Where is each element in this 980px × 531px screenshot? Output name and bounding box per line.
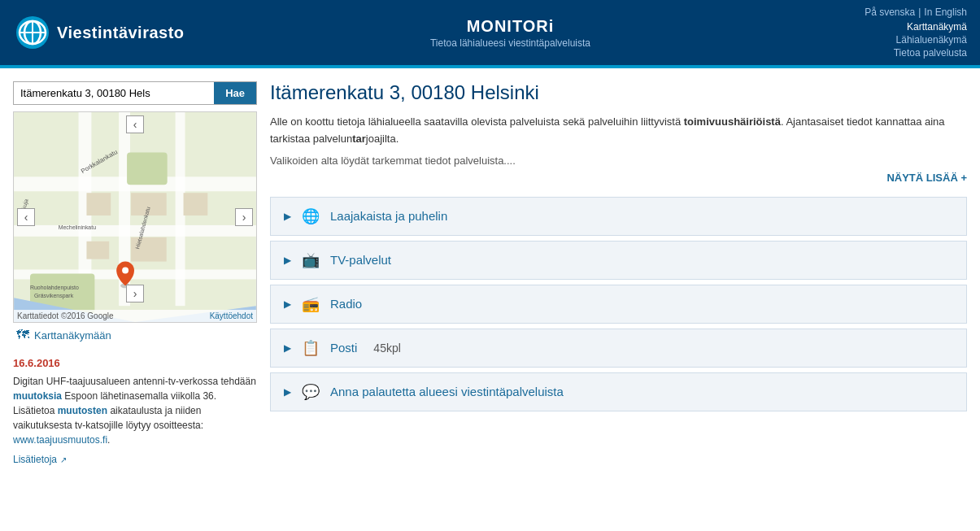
header-nav-links: Karttanäkymä Lähialuenäkymä Tietoa palve… xyxy=(894,21,967,59)
map-nav-down-button[interactable]: › xyxy=(126,285,144,302)
sub-description: Valikoiden alta löydät tarkemmat tiedot … xyxy=(270,155,967,167)
svg-rect-15 xyxy=(86,193,111,215)
accordion-label-radio: Radio xyxy=(330,297,362,311)
accordion-icon-radio: 📻 xyxy=(301,295,320,313)
show-more-button[interactable]: NÄYTÄ LISÄÄ + xyxy=(270,172,967,184)
map-link-icon: 🗺 xyxy=(16,328,29,342)
map-nav-left-button[interactable]: ‹ xyxy=(17,208,35,226)
search-button[interactable]: Hae xyxy=(214,82,256,104)
page-title: Itämerenkatu 3, 00180 Helsinki xyxy=(270,81,967,104)
app-subtitle: Tietoa lähialueesi viestintäpalveluista xyxy=(430,37,590,49)
news-more-label: Lisätietoja xyxy=(13,454,57,465)
svg-rect-19 xyxy=(184,193,208,215)
map-nav-up-button[interactable]: ‹ xyxy=(126,115,144,133)
news-text: Digitan UHF-taajuusalueen antenni-tv-ver… xyxy=(13,374,257,447)
accordion-icon-laajakaista: 🌐 xyxy=(301,207,320,225)
svg-rect-17 xyxy=(86,242,109,259)
left-panel: Hae xyxy=(13,81,257,465)
lang-separator: | xyxy=(918,7,921,18)
svg-text:Gräsvikenspark: Gräsvikenspark xyxy=(34,293,74,299)
map-nav-right-button[interactable]: › xyxy=(235,208,253,226)
logo-text: Viestintävirasto xyxy=(57,24,185,42)
accordion-icon-posti: 📋 xyxy=(301,339,320,357)
news-text-end: . xyxy=(107,434,110,446)
header-right: På svenska | In English Karttanäkymä Läh… xyxy=(817,0,980,65)
accordion-label-palaute: Anna palautetta alueesi viestintäpalvelu… xyxy=(330,385,564,398)
logo-icon xyxy=(16,16,49,49)
news-link[interactable]: www.taajuusmuutos.fi xyxy=(13,434,107,446)
header-center: MONITORi Tietoa lähialueesi viestintäpal… xyxy=(203,0,817,65)
map-copyright: Karttatiedot ©2016 Google xyxy=(17,311,114,320)
lang-svenska-link[interactable]: På svenska xyxy=(865,7,915,18)
accordion-arrow-radio: ▶ xyxy=(284,298,291,310)
app-title: MONITORi xyxy=(467,17,555,36)
accordion-count-posti: 45kpl xyxy=(373,342,400,355)
news-text-part1: Digitan UHF-taajuusalueen antenni-tv-ver… xyxy=(13,376,256,387)
accordion: ▶ 🌐 Laajakaista ja puhelin ▶ 📺 TV-palvel… xyxy=(270,197,967,411)
external-link-icon: ↗ xyxy=(60,455,67,464)
description: Alle on koottu tietoja lähialueella saat… xyxy=(270,114,967,148)
news-date: 16.6.2016 xyxy=(13,357,257,369)
header: Viestintävirasto MONITORi Tietoa lähialu… xyxy=(0,0,980,65)
accordion-arrow-tv: ▶ xyxy=(284,255,291,266)
svg-rect-13 xyxy=(127,153,168,185)
main-content: Hae xyxy=(0,68,980,478)
logo-area: Viestintävirasto xyxy=(0,0,203,65)
accordion-item-laajakaista[interactable]: ▶ 🌐 Laajakaista ja puhelin xyxy=(270,197,967,236)
accordion-arrow-laajakaista: ▶ xyxy=(284,211,291,222)
search-input[interactable] xyxy=(14,82,214,104)
nav-area-link[interactable]: Lähialuenäkymä xyxy=(896,34,967,46)
lang-english-link[interactable]: In English xyxy=(924,7,967,18)
accordion-icon-tv: 📺 xyxy=(301,251,320,269)
accordion-label-tv: TV-palvelut xyxy=(330,253,391,267)
accordion-label-posti: Posti xyxy=(330,341,357,355)
language-links: På svenska | In English xyxy=(865,7,967,18)
accordion-item-posti[interactable]: ▶ 📋 Posti 45kpl xyxy=(270,329,967,368)
news-more-link[interactable]: Lisätietoja ↗ xyxy=(13,454,257,465)
news-highlight2: muutosten xyxy=(58,405,107,416)
map-terms[interactable]: Käyttöehdot xyxy=(210,311,253,320)
svg-point-27 xyxy=(122,268,128,274)
accordion-arrow-palaute: ▶ xyxy=(284,386,291,398)
map-footer: Karttatiedot ©2016 Google Käyttöehdot xyxy=(14,310,256,322)
accordion-item-tv[interactable]: ▶ 📺 TV-palvelut xyxy=(270,241,967,280)
nav-info-link[interactable]: Tietoa palvelusta xyxy=(894,47,967,59)
nav-map-link[interactable]: Karttanäkymä xyxy=(907,21,967,33)
accordion-item-palaute[interactable]: ▶ 💬 Anna palautetta alueesi viestintäpal… xyxy=(270,372,967,411)
news-highlight1: muutoksia xyxy=(13,390,62,402)
map-container: Porkkalankatu Sartakuja Mechelininkatu H… xyxy=(13,111,257,323)
accordion-icon-palaute: 💬 xyxy=(301,383,320,401)
accordion-arrow-posti: ▶ xyxy=(284,342,291,354)
svg-rect-7 xyxy=(14,225,256,237)
accordion-label-laajakaista: Laajakaista ja puhelin xyxy=(330,209,447,223)
map-link-label: Karttanäkymään xyxy=(34,329,111,342)
svg-text:Ruoholahdenpuisto: Ruoholahdenpuisto xyxy=(30,285,79,291)
search-box: Hae xyxy=(13,81,257,105)
right-panel: Itämerenkatu 3, 00180 Helsinki Alle on k… xyxy=(270,81,967,465)
accordion-item-radio[interactable]: ▶ 📻 Radio xyxy=(270,285,967,324)
bold-text: toimivuushäiriöistä xyxy=(684,115,781,128)
svg-text:Mechelininkatu: Mechelininkatu xyxy=(59,224,96,230)
bold-text2: tar xyxy=(352,133,366,145)
map-view-link[interactable]: 🗺 Karttanäkymään xyxy=(13,323,257,347)
